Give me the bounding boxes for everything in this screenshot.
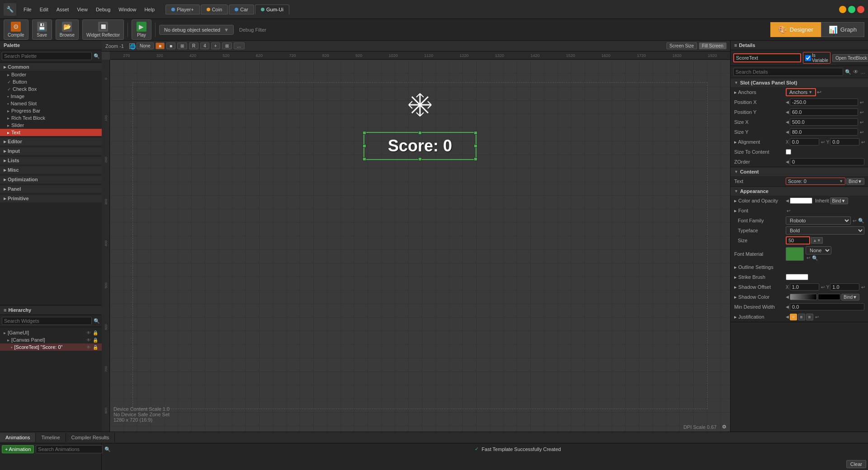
palette-item-button[interactable]: ✓Button — [0, 78, 102, 85]
animation-search-input[interactable] — [36, 445, 103, 453]
palette-section-primitive-header[interactable]: ▸ Primitive — [0, 195, 102, 202]
resize-handle-bl[interactable] — [363, 157, 366, 161]
size-up-icon[interactable]: ▲▼ — [811, 237, 823, 244]
canvas-tool-2[interactable]: ■ — [166, 42, 175, 49]
anchors-reset-icon[interactable]: ↩ — [817, 89, 821, 95]
palette-section-common-header[interactable]: ▸ Common — [0, 63, 102, 71]
color-swatch[interactable] — [790, 197, 812, 204]
menu-window[interactable]: Window — [115, 5, 140, 14]
canvas-lock-icon[interactable]: 🔒 — [93, 338, 98, 343]
play-button[interactable]: ▶ Play — [132, 19, 151, 40]
shadow-y-reset[interactable]: ↩ — [860, 285, 866, 290]
font-material-swatch[interactable] — [786, 247, 804, 261]
details-more-icon[interactable]: … — [860, 69, 865, 75]
graph-tab[interactable]: 📊 Graph — [821, 22, 864, 37]
is-variable-checkbox[interactable]: Is Variable — [803, 52, 830, 64]
palette-section-misc-header[interactable]: ▸ Misc — [0, 166, 102, 174]
canvas-tool-1[interactable]: ■ — [156, 42, 165, 49]
pos-x-reset[interactable]: ↩ — [859, 100, 864, 105]
menu-help[interactable]: Help — [141, 5, 158, 14]
align-x-reset[interactable]: ↩ — [820, 140, 826, 145]
is-variable-check[interactable] — [805, 55, 811, 61]
font-size-input[interactable] — [787, 237, 809, 244]
position-y-input[interactable] — [790, 108, 858, 116]
palette-item-checkbox[interactable]: ✓Check Box — [0, 85, 102, 93]
score-visibility-icon[interactable]: 👁 — [86, 345, 91, 350]
anchors-dropdown[interactable]: Anchors ▼ — [786, 88, 816, 96]
palette-section-editor-header[interactable]: ▸ Editor — [0, 138, 102, 146]
hierarchy-item-canvas[interactable]: ▸ [Canvas Panel] 👁 🔒 — [0, 336, 102, 343]
shadow-color-swatch[interactable] — [790, 294, 817, 300]
hierarchy-search-input[interactable] — [2, 317, 92, 325]
font-material-search[interactable]: 🔍 — [812, 255, 818, 261]
min-desired-width-input[interactable] — [790, 303, 864, 310]
canvas-tool-plus[interactable]: + — [211, 42, 220, 49]
text-content-field[interactable]: Score: 0 ▼ — [786, 178, 845, 185]
menu-view[interactable]: View — [73, 5, 91, 14]
align-x-input[interactable] — [790, 138, 819, 146]
font-reset-icon[interactable]: ↩ — [786, 208, 791, 213]
fill-screen-btn[interactable]: Fill Screen — [699, 42, 726, 49]
resize-handle-ml[interactable] — [363, 144, 366, 148]
open-textblock-button[interactable]: Open TextBlock — [832, 54, 868, 62]
shadow-x-reset[interactable]: ↩ — [820, 285, 826, 290]
resize-handle-mr[interactable] — [474, 144, 477, 148]
add-animation-button[interactable]: + Animation — [2, 445, 34, 453]
minimize-button[interactable] — [839, 6, 846, 13]
shadow-y-input[interactable] — [830, 283, 859, 291]
shadow-color-bind[interactable]: Bind▼ — [841, 294, 859, 301]
size-x-input[interactable] — [790, 118, 858, 126]
canvas-tool-num[interactable]: 4 — [200, 42, 209, 49]
menu-debug[interactable]: Debug — [92, 5, 114, 14]
view-options-icon[interactable]: 🌐 — [129, 43, 135, 49]
tab-gum-ui[interactable]: Gum-Ui — [255, 5, 289, 14]
palette-section-panel-header[interactable]: ▸ Panel — [0, 185, 102, 193]
details-eye-icon[interactable]: 👁 — [853, 69, 859, 75]
tab-coin[interactable]: Coin — [201, 5, 228, 14]
zorder-input[interactable] — [790, 158, 864, 165]
palette-item-text[interactable]: ▸Text — [0, 129, 102, 136]
typeface-select[interactable]: Bold — [786, 226, 864, 235]
canvas-tool-r[interactable]: R — [189, 42, 198, 49]
align-y-reset[interactable]: ↩ — [860, 140, 866, 145]
tab-car[interactable]: Car — [229, 5, 254, 14]
just-left-button[interactable]: ≡ — [790, 314, 797, 320]
settings-icon[interactable]: ⚙ — [722, 424, 726, 430]
menu-edit[interactable]: Edit — [36, 5, 52, 14]
resize-handle-br[interactable] — [474, 157, 477, 161]
browse-button[interactable]: 📂 Browse — [56, 19, 79, 40]
palette-section-optimization-header[interactable]: ▸ Optimization — [0, 176, 102, 183]
compile-button[interactable]: ⚙ Compile — [4, 19, 28, 40]
position-x-input[interactable] — [790, 99, 858, 106]
none-button[interactable]: None — [137, 42, 154, 49]
shadow-x-input[interactable] — [790, 283, 819, 291]
animations-tab[interactable]: Animations — [0, 433, 36, 442]
menu-asset[interactable]: Asset — [53, 5, 73, 14]
resize-handle-bm[interactable] — [418, 157, 422, 161]
debug-dropdown[interactable]: No debug object selected ▼ — [159, 25, 234, 35]
palette-section-lists-header[interactable]: ▸ Lists — [0, 157, 102, 164]
strike-brush-swatch[interactable] — [786, 274, 808, 280]
lock-icon[interactable]: 🔒 — [93, 330, 98, 335]
font-family-select[interactable]: Roboto — [786, 216, 851, 225]
color-bind-button[interactable]: Bind▼ — [830, 197, 848, 204]
palette-search-input[interactable] — [2, 52, 92, 60]
designer-tab[interactable]: 🎨 Designer — [770, 22, 821, 37]
size-y-reset[interactable]: ↩ — [859, 130, 864, 135]
canvas-tool-dots[interactable]: … — [234, 42, 245, 49]
size-x-reset[interactable]: ↩ — [859, 120, 864, 125]
score-widget[interactable]: Score: 0 — [363, 132, 476, 160]
compiler-results-tab[interactable]: Compiler Results — [66, 433, 115, 442]
resize-handle-tr[interactable] — [474, 131, 477, 135]
save-button[interactable]: 💾 Save — [32, 19, 52, 40]
canvas-visibility-icon[interactable]: 👁 — [86, 338, 91, 343]
palette-item-progress-bar[interactable]: ▸Progress Bar — [0, 107, 102, 114]
canvas-tool-3[interactable]: ⊞ — [177, 42, 187, 49]
screen-size-btn[interactable]: Screen Size — [666, 42, 697, 49]
resize-handle-tl[interactable] — [363, 131, 366, 135]
timeline-tab[interactable]: Timeline — [36, 433, 66, 442]
size-to-content-checkbox[interactable] — [786, 149, 791, 155]
slot-section-header[interactable]: ▼ Slot (Canvas Panel Slot) — [731, 78, 868, 87]
tab-player[interactable]: Player+ — [165, 5, 200, 14]
palette-item-rich-text[interactable]: ▸Rich Text Block — [0, 114, 102, 122]
